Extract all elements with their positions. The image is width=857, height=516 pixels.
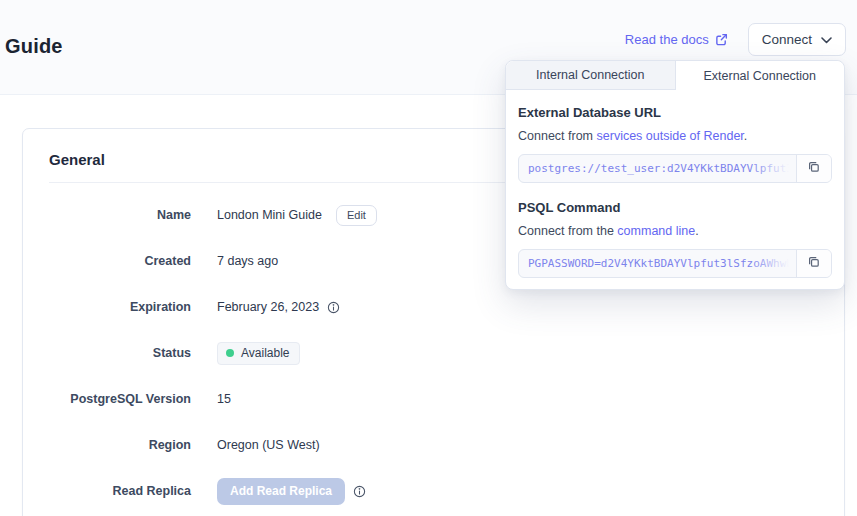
- external-db-url-description: Connect from services outside of Render.: [518, 129, 832, 143]
- database-name-value: London Mini Guide: [217, 208, 322, 222]
- edit-name-button[interactable]: Edit: [336, 205, 377, 226]
- tab-external-connection[interactable]: External Connection: [676, 61, 845, 90]
- row-status-label: Status: [23, 346, 191, 360]
- desc-suffix: .: [695, 224, 698, 238]
- external-connection-panel: External Database URL Connect from servi…: [506, 90, 844, 292]
- status-badge: Available: [217, 342, 300, 365]
- desc-prefix: Connect from: [518, 129, 597, 143]
- row-version-label: PostgreSQL Version: [23, 392, 191, 406]
- copy-icon: [807, 255, 821, 272]
- row-region-label: Region: [23, 438, 191, 452]
- created-value: 7 days ago: [217, 254, 278, 268]
- read-replica-info-icon[interactable]: [353, 485, 366, 498]
- row-created-label: Created: [23, 254, 191, 268]
- desc-suffix: .: [744, 129, 747, 143]
- row-read-replica-label: Read Replica: [23, 484, 191, 498]
- status-badge-label: Available: [241, 346, 289, 360]
- row-expiration-label: Expiration: [23, 300, 191, 314]
- row-postgresql-version: PostgreSQL Version 15: [23, 376, 844, 422]
- expiration-info-icon[interactable]: [327, 301, 340, 314]
- copy-db-url-button[interactable]: [796, 155, 831, 182]
- psql-command-heading: PSQL Command: [518, 200, 832, 215]
- postgresql-version-value: 15: [217, 392, 231, 406]
- docs-link-label: Read the docs: [625, 32, 709, 47]
- desc-prefix: Connect from the: [518, 224, 617, 238]
- status-available-dot: [226, 349, 234, 357]
- copy-psql-command-button[interactable]: [796, 250, 831, 277]
- row-name-label: Name: [23, 208, 191, 222]
- region-value: Oregon (US West): [217, 438, 320, 452]
- connection-tabs: Internal Connection External Connection: [506, 61, 844, 90]
- add-read-replica-button[interactable]: Add Read Replica: [217, 478, 345, 505]
- psql-command-field[interactable]: PGPASSWORD=d2V4YKktBDAYVlpfut3lSfzoAWhwb…: [519, 250, 796, 277]
- expiration-value: February 26, 2023: [217, 300, 319, 314]
- external-link-icon: [715, 33, 728, 46]
- connect-button[interactable]: Connect: [748, 23, 846, 56]
- copy-icon: [807, 160, 821, 177]
- row-region: Region Oregon (US West): [23, 422, 844, 468]
- row-status: Status Available: [23, 330, 844, 376]
- external-db-url-field[interactable]: postgres://test_user:d2V4YKktBDAYVlpfut3…: [519, 155, 796, 182]
- chevron-down-icon: [821, 32, 832, 47]
- services-outside-render-link[interactable]: services outside of Render: [597, 129, 744, 143]
- connect-popover: Internal Connection External Connection …: [505, 60, 845, 290]
- page-title: Guide: [5, 35, 63, 58]
- tab-internal-connection[interactable]: Internal Connection: [506, 61, 676, 90]
- row-read-replica: Read Replica Add Read Replica: [23, 468, 844, 514]
- external-db-url-field-group: postgres://test_user:d2V4YKktBDAYVlpfut3…: [518, 154, 832, 183]
- read-the-docs-link[interactable]: Read the docs: [625, 32, 728, 47]
- psql-command-field-group: PGPASSWORD=d2V4YKktBDAYVlpfut3lSfzoAWhwb…: [518, 249, 832, 278]
- external-db-url-heading: External Database URL: [518, 105, 832, 120]
- connect-button-label: Connect: [762, 32, 812, 47]
- command-line-link[interactable]: command line: [617, 224, 695, 238]
- psql-command-description: Connect from the command line.: [518, 224, 832, 238]
